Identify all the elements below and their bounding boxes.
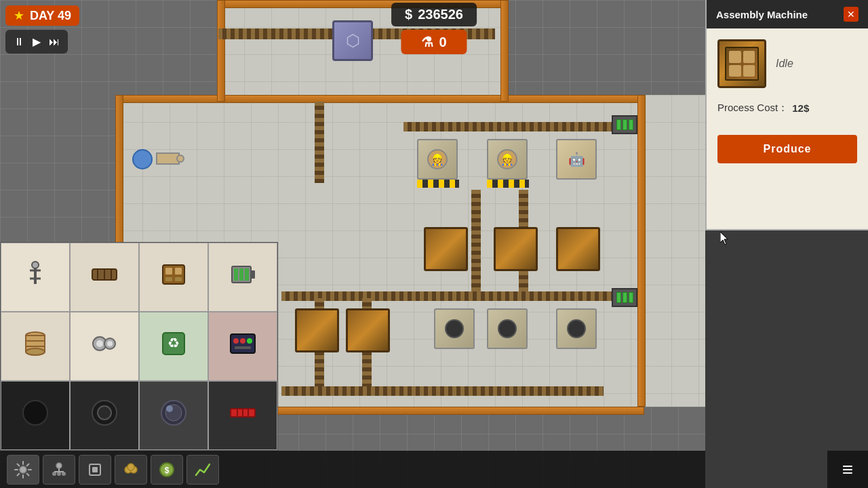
palette-item-wrench-machine[interactable] [1,243,70,312]
palette-icon-conveyor-h [90,260,119,296]
palette-icon-gear-machine [90,329,119,365]
svg-rect-33 [235,346,251,349]
process-cost-row: Process Cost： 12$ [717,102,857,115]
svg-rect-12 [175,277,182,281]
svg-point-31 [240,338,245,344]
svg-rect-10 [175,268,182,274]
assembly-panel-body: Idle Process Cost： 12$ Produce [707,28,868,174]
bottom-toolbar: $ [0,451,705,488]
palette-item-track-item[interactable] [208,381,277,450]
cursor [720,232,728,245]
process-cost-value: 12$ [792,102,809,114]
palette-item-assembly-machine[interactable] [139,243,208,312]
assembly-panel-close-button[interactable]: ✕ [844,7,859,22]
palette-icon-blue-sphere [159,398,189,434]
svg-point-26 [107,341,113,346]
assembly-panel-header: Assembly Machine ✕ [707,0,868,28]
dollar-icon: $ [405,7,412,22]
svg-point-44 [20,466,26,473]
palette-item-dark-circle-2[interactable] [70,381,139,450]
palette-icon-dark-circle-2 [90,398,119,434]
fast-forward-button[interactable]: ⏭ [47,35,61,49]
play-button[interactable]: ▶ [31,34,42,49]
svg-rect-14 [251,270,255,279]
day-label: DAY 49 [30,9,71,23]
svg-rect-52 [92,467,98,472]
build-palette: ♻ [0,242,278,451]
assembly-machine-panel: Assembly Machine ✕ Idle Process Cost： 12… [705,0,868,230]
pause-button[interactable]: ⏸ [12,35,26,49]
palette-icon-dark-circle-1 [20,398,50,434]
palette-icon-recycler: ♻ [159,329,189,365]
svg-point-30 [233,338,239,344]
svg-rect-17 [245,268,249,281]
money-panel: $ 236526 [391,3,477,26]
stats-button[interactable] [186,455,219,485]
svg-point-36 [98,406,111,420]
money-amount: 236526 [418,7,463,22]
flask-count: 0 [439,35,446,50]
svg-point-55 [127,464,134,470]
hamburger-menu-button[interactable]: ≡ [827,451,868,488]
settings-button[interactable] [7,455,39,485]
palette-item-dark-circle-1[interactable] [1,381,70,450]
palette-item-conveyor-h[interactable] [70,243,139,312]
machine-thumbnail [717,39,766,88]
palette-item-recycler[interactable]: ♻ [139,312,208,381]
svg-rect-16 [239,268,243,281]
svg-point-34 [23,401,47,425]
svg-point-45 [56,463,62,468]
palette-icon-assembly-machine [159,260,189,296]
economy-button[interactable] [115,455,147,485]
palette-item-control-panel[interactable] [208,312,277,381]
svg-rect-15 [234,268,238,281]
produce-button[interactable]: Produce [717,135,857,163]
palette-item-gear-machine[interactable] [70,312,139,381]
palette-icon-control-panel [228,329,258,365]
day-panel: ★ DAY 49 [5,5,79,26]
palette-icon-track-item [228,398,258,434]
svg-point-39 [166,405,173,412]
svg-point-24 [96,340,103,347]
palette-item-battery-item[interactable] [208,243,277,312]
palette-item-barrel[interactable] [1,312,70,381]
svg-rect-9 [165,268,172,274]
palette-icon-barrel [20,329,50,365]
svg-text:$: $ [165,466,170,475]
star-icon: ★ [14,8,24,23]
machine-status-row: Idle [717,39,857,88]
factory-button[interactable] [43,455,75,485]
finance-button[interactable]: $ [151,455,183,485]
inventory-button[interactable] [79,455,111,485]
machine-status: Idle [776,58,793,70]
palette-icon-battery-item [228,260,258,296]
svg-point-20 [26,348,45,355]
process-cost-label: Process Cost： [717,102,788,115]
palette-item-blue-sphere[interactable] [139,381,208,450]
flask-icon: ⚗ [421,34,433,50]
svg-point-32 [247,338,252,344]
palette-icon-wrench-machine [20,260,50,296]
svg-marker-58 [720,232,728,245]
flask-panel: ⚗ 0 [401,30,467,54]
assembly-panel-title: Assembly Machine [716,9,808,20]
hamburger-icon: ≡ [842,459,853,481]
svg-point-3 [32,262,39,268]
speed-controls: ⏸ ▶ ⏭ [5,30,68,54]
svg-rect-11 [165,277,172,281]
svg-text:♻: ♻ [167,336,180,350]
